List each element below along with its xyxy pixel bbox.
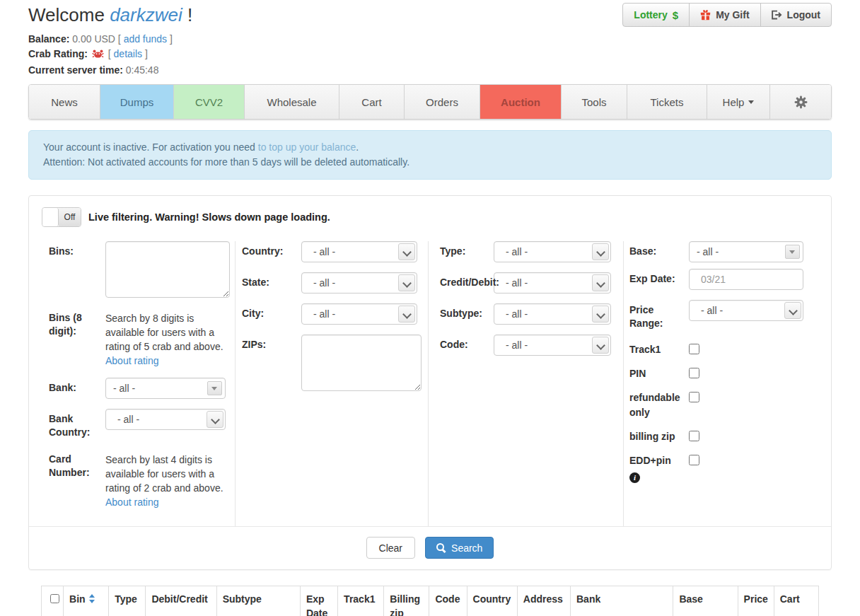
bracket: ] <box>145 48 148 59</box>
code-value: - all - <box>494 339 528 351</box>
table-header-row: Bin Type Debit/Credit Subtype Exp Date T… <box>42 586 819 616</box>
refundable-only-checkbox[interactable] <box>689 392 699 402</box>
account-meta: Balance: 0.00 USD [ add funds ] Crab Rat… <box>28 32 832 78</box>
welcome-suffix: ! <box>187 4 192 25</box>
add-funds-link[interactable]: add funds <box>124 33 168 45</box>
balance-value: 0.00 USD <box>72 33 115 45</box>
state-select[interactable]: - all - <box>301 272 417 294</box>
subtype-label: Subtype: <box>440 303 494 325</box>
server-time-line: Current server time: 0:45:48 <box>28 63 832 78</box>
bank-country-value: - all - <box>106 414 139 425</box>
tab-label: Orders <box>426 96 458 108</box>
dollar-icon: $ <box>673 9 678 21</box>
price-range-select[interactable]: - all - <box>689 300 803 321</box>
tab-help[interactable]: Help <box>707 85 770 119</box>
type-select[interactable]: - all - <box>494 241 611 262</box>
tab-dumps[interactable]: Dumps <box>100 85 174 119</box>
pin-checkbox[interactable] <box>689 368 699 378</box>
bank-label: Bank: <box>49 378 105 399</box>
crab-icon <box>92 48 104 63</box>
billing-zip-checkbox[interactable] <box>689 431 699 441</box>
sort-icon <box>89 594 95 603</box>
tab-cvv2[interactable]: CVV2 <box>174 85 245 119</box>
edd-pin-label: EDD+pin <box>629 453 689 468</box>
column-header-address: Address <box>517 586 570 616</box>
track1-checkbox[interactable] <box>689 344 699 354</box>
card-number-label: Card Number: <box>49 449 105 509</box>
lottery-button[interactable]: Lottery $ <box>622 3 690 27</box>
credit-debit-select[interactable]: - all - <box>494 272 611 294</box>
tab-tickets[interactable]: Tickets <box>627 85 707 119</box>
top-up-balance-link[interactable]: to top up your balance <box>258 141 356 153</box>
code-label: Code: <box>440 335 494 356</box>
tab-news[interactable]: News <box>29 85 100 119</box>
results-table: Bin Type Debit/Credit Subtype Exp Date T… <box>41 586 819 616</box>
bins-label: Bins: <box>49 241 105 298</box>
city-select[interactable]: - all - <box>301 303 417 325</box>
live-filtering-text: Live filtering. Warning! Slows down page… <box>88 211 330 223</box>
tab-label: News <box>51 96 78 108</box>
country-select[interactable]: - all - <box>301 241 417 262</box>
info-icon[interactable] <box>629 472 640 483</box>
bank-value: - all - <box>106 383 135 394</box>
bins-input[interactable] <box>105 241 230 298</box>
edd-pin-checkbox[interactable] <box>689 455 699 465</box>
username[interactable]: darkzwei <box>110 4 182 25</box>
state-label: State: <box>242 272 301 294</box>
exp-date-input[interactable] <box>689 269 803 290</box>
card-help-text: Search by last 4 digits is available for… <box>105 454 223 494</box>
tab-settings[interactable] <box>770 85 831 119</box>
tab-tools[interactable]: Tools <box>562 85 627 119</box>
subtype-select[interactable]: - all - <box>494 303 611 325</box>
code-select[interactable]: - all - <box>494 335 611 356</box>
top-action-buttons: Lottery $ My Gift Logout <box>622 3 832 27</box>
tab-wholesale[interactable]: Wholesale <box>245 85 339 119</box>
tab-cart[interactable]: Cart <box>339 85 405 119</box>
bins8-help-text: Search by 8 digits is available for user… <box>105 313 223 352</box>
tab-label: Dumps <box>120 96 154 108</box>
bank-country-select[interactable]: - all - <box>105 409 226 430</box>
alert-line-1: Your account is inactive. For activation… <box>43 140 817 155</box>
credit-debit-value: - all - <box>494 277 528 289</box>
column-header-bank: Bank <box>570 586 673 616</box>
balance-line: Balance: 0.00 USD [ add funds ] <box>28 32 832 47</box>
select-all-checkbox[interactable] <box>50 594 59 603</box>
search-icon <box>436 543 446 553</box>
live-filtering-toggle[interactable]: Off <box>42 207 81 227</box>
column-header-type: Type <box>109 586 146 616</box>
search-button[interactable]: Search <box>425 537 494 559</box>
column-header-debit-credit: Debit/Credit <box>146 586 216 616</box>
billing-zip-label: billing zip <box>629 429 689 444</box>
chevron-down-icon <box>207 411 223 428</box>
tab-auction[interactable]: Auction <box>480 85 562 119</box>
bracket: [ <box>118 33 121 45</box>
column-header-exp-date: Exp Date <box>300 586 337 616</box>
bank-select[interactable]: - all - <box>105 378 226 399</box>
about-rating-link[interactable]: About rating <box>105 496 159 508</box>
crab-rating-line: Crab Rating: [ details ] <box>28 47 832 63</box>
state-value: - all - <box>302 277 335 289</box>
details-link[interactable]: details <box>114 48 142 59</box>
tab-label: Tools <box>581 96 606 108</box>
column-header-cart: Cart <box>774 586 818 616</box>
my-gift-button[interactable]: My Gift <box>689 3 760 27</box>
base-select[interactable]: - all - <box>689 241 803 262</box>
search-label: Search <box>451 542 482 554</box>
alert-text: . <box>356 141 359 153</box>
about-rating-link[interactable]: About rating <box>105 355 159 366</box>
chevron-down-icon <box>784 302 801 319</box>
country-value: - all - <box>302 246 335 257</box>
welcome-text: Welcome <box>28 4 105 25</box>
zips-input[interactable] <box>301 335 422 391</box>
filter-col-3: Type: - all - Credit/Debit: - all - Subt… <box>428 241 623 526</box>
column-header-track1: Track1 <box>338 586 384 616</box>
type-value: - all - <box>494 246 528 257</box>
base-value: - all - <box>690 246 719 257</box>
chevron-down-icon <box>592 243 609 260</box>
column-header-bin[interactable]: Bin <box>64 586 109 616</box>
city-value: - all - <box>302 308 335 320</box>
tab-orders[interactable]: Orders <box>405 85 480 119</box>
exp-date-label: Exp Date: <box>629 269 689 290</box>
clear-button[interactable]: Clear <box>366 537 415 559</box>
logout-button[interactable]: Logout <box>760 3 832 27</box>
